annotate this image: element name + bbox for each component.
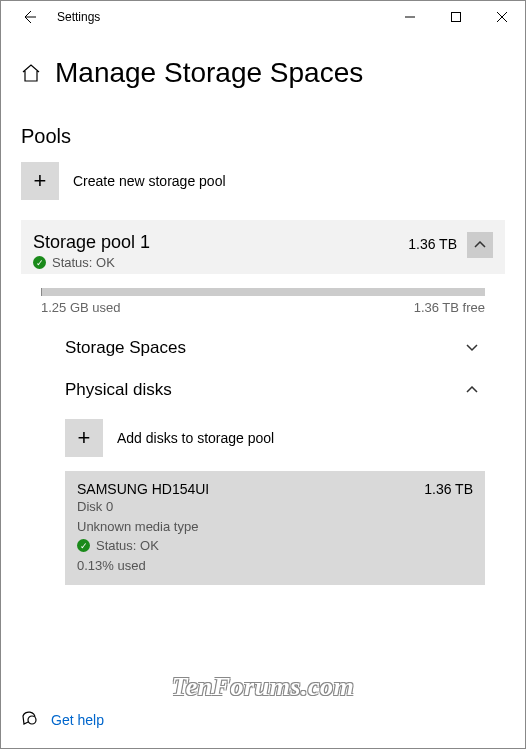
create-pool-label: Create new storage pool: [73, 173, 226, 189]
create-pool-row[interactable]: + Create new storage pool: [21, 162, 505, 200]
pool-name: Storage pool 1: [33, 232, 408, 253]
usage-bar: [41, 288, 485, 296]
storage-spaces-section[interactable]: Storage Spaces: [21, 327, 505, 369]
plus-icon: +: [21, 162, 59, 200]
window-title: Settings: [57, 10, 100, 24]
svg-rect-1: [452, 13, 461, 22]
usage-used: 1.25 GB used: [41, 300, 121, 315]
add-disks-row[interactable]: + Add disks to storage pool: [21, 411, 505, 471]
plus-icon: +: [65, 419, 103, 457]
maximize-button[interactable]: [433, 1, 479, 33]
pools-heading: Pools: [21, 125, 505, 148]
watermark: TenForums.com: [172, 672, 355, 702]
disk-id: Disk 0: [77, 497, 473, 517]
help-icon: [21, 709, 39, 730]
pool-status: Status: OK: [52, 255, 115, 270]
physical-disks-section[interactable]: Physical disks: [21, 369, 505, 411]
page-title: Manage Storage Spaces: [55, 57, 363, 89]
home-icon[interactable]: [21, 63, 41, 83]
storage-spaces-label: Storage Spaces: [65, 338, 186, 358]
disk-status: Status: OK: [96, 536, 159, 556]
collapse-pool-button[interactable]: [467, 232, 493, 258]
svg-point-4: [28, 716, 36, 724]
back-button[interactable]: [9, 1, 49, 33]
usage-fill: [41, 288, 42, 296]
physical-disks-label: Physical disks: [65, 380, 172, 400]
close-button[interactable]: [479, 1, 525, 33]
collapse-disks-button[interactable]: [459, 377, 485, 403]
status-ok-icon: ✓: [33, 256, 46, 269]
disk-card[interactable]: SAMSUNG HD154UI 1.36 TB Disk 0 Unknown m…: [65, 471, 485, 585]
add-disks-label: Add disks to storage pool: [117, 430, 274, 446]
expand-spaces-button[interactable]: [459, 335, 485, 361]
usage-free: 1.36 TB free: [414, 300, 485, 315]
status-ok-icon: ✓: [77, 539, 90, 552]
disk-size: 1.36 TB: [424, 481, 473, 497]
minimize-button[interactable]: [387, 1, 433, 33]
disk-name: SAMSUNG HD154UI: [77, 481, 209, 497]
pool-card: Storage pool 1 ✓ Status: OK 1.36 TB: [21, 220, 505, 274]
pool-size: 1.36 TB: [408, 236, 457, 252]
disk-used: 0.13% used: [77, 556, 473, 576]
get-help-link[interactable]: Get help: [51, 712, 104, 728]
disk-media: Unknown media type: [77, 517, 473, 537]
